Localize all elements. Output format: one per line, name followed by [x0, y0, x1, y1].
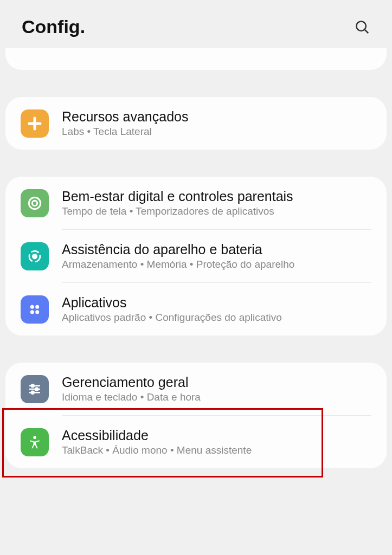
settings-item-advanced-features[interactable]: Recursos avançados Labs • Tecla Lateral	[5, 97, 387, 150]
item-subtitle: Armazenamento • Memória • Proteção do ap…	[62, 259, 371, 270]
item-subtitle: Tempo de tela • Temporizadores de aplica…	[62, 205, 371, 217]
svg-point-2	[29, 197, 40, 209]
svg-point-15	[31, 391, 34, 393]
accessibility-icon	[21, 428, 49, 456]
svg-point-3	[32, 201, 37, 205]
settings-item-accessibility[interactable]: Acessibilidade TalkBack • Áudio mono • M…	[5, 416, 387, 468]
item-text: Recursos avançados Labs • Tecla Lateral	[62, 109, 371, 138]
svg-point-8	[30, 310, 34, 314]
svg-point-13	[35, 388, 38, 390]
svg-point-0	[356, 21, 366, 31]
settings-item-digital-wellbeing[interactable]: Bem-estar digital e controles parentais …	[5, 177, 387, 229]
settings-item-device-care[interactable]: Assistência do aparelho e bateria Armaze…	[5, 230, 387, 282]
settings-card-partial: Serviços do Google	[5, 48, 387, 70]
device-care-icon	[21, 242, 49, 270]
svg-point-11	[31, 384, 34, 387]
item-title: Acessibilidade	[62, 428, 371, 443]
item-subtitle: Aplicativos padrão • Configurações do ap…	[62, 312, 371, 324]
svg-point-5	[33, 254, 37, 259]
settings-item-general-management[interactable]: Gerenciamento geral Idioma e teclado • D…	[5, 363, 387, 415]
item-title: Bem-estar digital e controles parentais	[62, 189, 371, 204]
settings-card: Recursos avançados Labs • Tecla Lateral	[5, 97, 387, 150]
item-subtitle: Labs • Tecla Lateral	[62, 126, 371, 138]
item-title: Aplicativos	[62, 295, 371, 311]
plus-icon	[21, 109, 49, 138]
svg-point-7	[35, 305, 39, 308]
apps-icon	[21, 295, 49, 324]
item-title: Gerenciamento geral	[62, 375, 371, 390]
wellbeing-icon	[21, 189, 49, 217]
item-text: Gerenciamento geral Idioma e teclado • D…	[62, 375, 371, 403]
item-subtitle: TalkBack • Áudio mono • Menu assistente	[62, 444, 371, 456]
item-title: Recursos avançados	[62, 109, 371, 125]
settings-item-apps[interactable]: Aplicativos Aplicativos padrão • Configu…	[5, 283, 387, 335]
search-icon[interactable]	[354, 19, 370, 35]
svg-point-16	[33, 436, 36, 439]
settings-card: Gerenciamento geral Idioma e teclado • D…	[5, 363, 387, 468]
item-title: Assistência do aparelho e bateria	[62, 242, 371, 257]
sliders-icon	[21, 375, 49, 403]
page-title: Config.	[22, 16, 85, 37]
item-subtitle: Idioma e teclado • Data e hora	[62, 391, 371, 403]
settings-item-google-services[interactable]: Serviços do Google	[5, 51, 387, 64]
svg-line-1	[365, 30, 368, 33]
item-text: Bem-estar digital e controles parentais …	[62, 189, 371, 217]
item-text: Acessibilidade TalkBack • Áudio mono • M…	[62, 428, 371, 456]
svg-point-6	[30, 305, 34, 308]
item-text: Assistência do aparelho e bateria Armaze…	[62, 242, 371, 270]
settings-card: Bem-estar digital e controles parentais …	[5, 177, 387, 335]
header: Config.	[0, 0, 392, 48]
item-text: Aplicativos Aplicativos padrão • Configu…	[62, 295, 371, 324]
svg-point-9	[35, 310, 39, 314]
